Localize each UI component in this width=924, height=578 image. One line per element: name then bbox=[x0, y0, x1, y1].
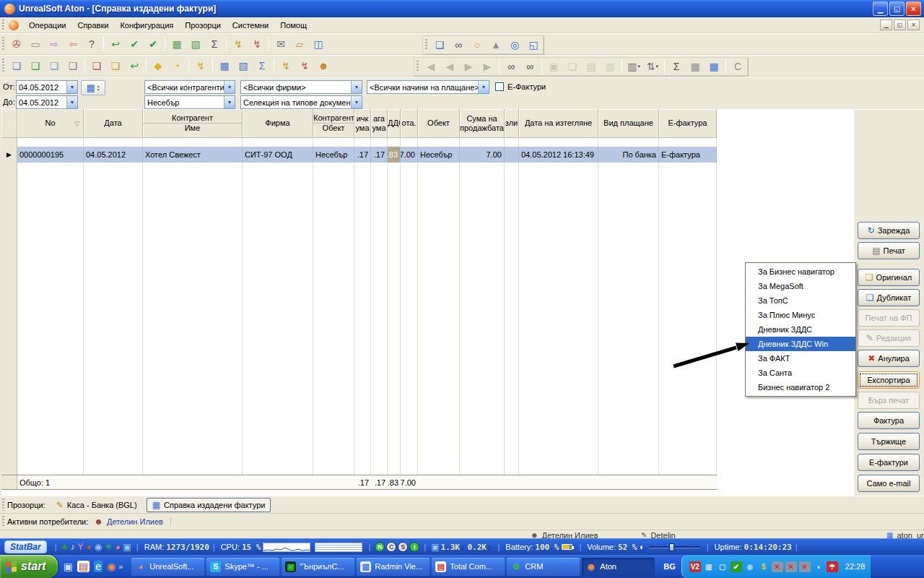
context-menu-item[interactable]: Дневник ЗДДС bbox=[746, 322, 855, 337]
table-icon[interactable]: ▦ bbox=[167, 35, 186, 53]
date-to-combo[interactable]: 04.05.2012 ▼ bbox=[16, 95, 78, 109]
chevron-down-icon[interactable]: ▼ bbox=[224, 81, 235, 93]
table-blue-icon[interactable]: ▦ bbox=[705, 58, 723, 75]
context-menu-item[interactable]: За Бизнес навигатор bbox=[746, 264, 855, 279]
toolbar-grip[interactable] bbox=[2, 37, 4, 51]
col-header-pay[interactable]: Вид плащане bbox=[598, 109, 659, 138]
nav-last-icon[interactable]: ▶ bbox=[478, 58, 497, 75]
doc-out-icon[interactable]: ⇨ bbox=[45, 35, 64, 53]
task-aton[interactable]: ◉Aton bbox=[582, 558, 655, 576]
cell-v1[interactable]: .17 bbox=[354, 147, 371, 163]
annul-button[interactable]: ✖Анулира bbox=[858, 350, 920, 367]
doc-view-icon[interactable]: ❏ bbox=[7, 57, 26, 74]
quicklaunch-app-icon[interactable]: ▣ bbox=[64, 561, 73, 572]
mdi-close-button[interactable]: ✕ bbox=[907, 20, 920, 30]
speaker-icon[interactable]: ◖ bbox=[639, 542, 644, 552]
avira-tray-icon[interactable]: ☂ bbox=[827, 561, 838, 572]
window-tab[interactable]: ✎Каса - Банка (BGL) bbox=[51, 498, 142, 512]
find-icon[interactable]: ∞ bbox=[502, 58, 520, 75]
delivery-truck-icon[interactable]: ▭ bbox=[26, 35, 45, 53]
col-header-date[interactable]: Дата bbox=[84, 109, 143, 138]
cell-v2[interactable]: .17 bbox=[371, 147, 388, 163]
folder-icon[interactable]: ▱ bbox=[290, 35, 309, 53]
menu-item[interactable]: Системни bbox=[227, 19, 274, 32]
context-menu-item[interactable]: За Плюс Минус bbox=[746, 308, 855, 322]
statbar-logo[interactable]: StatBar bbox=[4, 540, 47, 553]
mail-icon[interactable]: ✉ bbox=[271, 35, 290, 53]
efaktura-checkbox[interactable] bbox=[495, 82, 504, 91]
task-unreal-console[interactable]: ▣"ЪнриълС... bbox=[282, 558, 354, 576]
close-button[interactable]: ✕ bbox=[906, 1, 921, 16]
contractors-combo[interactable]: <Всички контрагенти> ▼ bbox=[144, 80, 235, 94]
cell-ind[interactable]: ▶ bbox=[1, 147, 17, 163]
original-button[interactable]: ❏Оригинал bbox=[858, 269, 920, 286]
cell-date[interactable]: 04.05.2012 bbox=[84, 147, 143, 163]
col-header-sum[interactable]: Сума напродажбата bbox=[460, 109, 505, 138]
doc-new-icon[interactable]: ❏ bbox=[26, 57, 45, 74]
date-from-combo[interactable]: 04.05.2012 ▼ bbox=[16, 80, 78, 94]
context-menu-item[interactable]: Дневник ЗДДС Win bbox=[746, 337, 855, 351]
chevron-down-icon[interactable]: ▼ bbox=[351, 96, 362, 108]
toolbar-grip[interactable] bbox=[425, 39, 427, 51]
col-header-pull[interactable]: Дата на изтегляне bbox=[519, 109, 598, 138]
table-import-icon[interactable]: ▧ bbox=[186, 35, 205, 53]
marketplace-button[interactable]: Тържище bbox=[858, 433, 920, 450]
language-indicator[interactable]: BG bbox=[663, 562, 676, 571]
abbyy-tray-icon[interactable]: V2 bbox=[689, 561, 701, 572]
report-book-icon[interactable]: ▥ bbox=[601, 58, 619, 75]
cell-pay[interactable]: По банка bbox=[598, 147, 659, 163]
payments-combo[interactable]: <Всички начини на плащане> ▼ bbox=[367, 80, 489, 94]
quicklaunch-ie-icon[interactable]: e bbox=[94, 561, 103, 572]
toolbar-grip[interactable] bbox=[2, 20, 4, 30]
toolbar-grip[interactable] bbox=[2, 499, 4, 510]
task-skype[interactable]: SSkype™ - ... bbox=[206, 558, 279, 576]
messenger-tray-icon[interactable]: ◉ bbox=[744, 561, 756, 572]
flash-icon[interactable]: ↯ bbox=[191, 57, 210, 74]
cell-sum[interactable]: 7.00 bbox=[460, 147, 505, 163]
col-header-firm[interactable]: Фирма bbox=[243, 109, 313, 138]
antivirus-check-tray-icon[interactable]: ✔ bbox=[731, 561, 742, 572]
sum-doc-icon[interactable]: Σ bbox=[253, 57, 271, 74]
globe-icon[interactable]: ● bbox=[86, 542, 91, 552]
net-disconnected-tray-icon[interactable]: ✕ bbox=[799, 561, 811, 572]
duplicate-button[interactable]: ❏Дубликат bbox=[858, 289, 920, 306]
binoculars-key-icon[interactable]: ∞ bbox=[449, 36, 468, 53]
menu-item[interactable]: Помощ bbox=[274, 19, 313, 32]
spinner-icon[interactable]: ▲▼ bbox=[97, 85, 100, 92]
cell-contr[interactable]: Хотел Свежест bbox=[143, 147, 243, 163]
sum-icon[interactable]: Σ bbox=[205, 35, 224, 53]
mdi-restore-button[interactable]: ◱ bbox=[894, 20, 906, 30]
menu-item[interactable]: Операции bbox=[23, 19, 71, 32]
cart-icon[interactable]: ✇ bbox=[7, 35, 26, 53]
toolbar-grip[interactable] bbox=[2, 59, 4, 73]
invoice-button[interactable]: Фактура bbox=[858, 412, 920, 429]
sum-grid-icon[interactable]: Σ bbox=[667, 58, 686, 75]
col-header-obj[interactable]: Обект bbox=[418, 109, 460, 138]
quicklaunch-drive-icon[interactable]: ▤ bbox=[77, 561, 90, 572]
minimize-button[interactable]: ▁ bbox=[873, 1, 888, 16]
search-key-icon[interactable]: ○ bbox=[468, 36, 487, 53]
nav-next-icon[interactable]: ▶ bbox=[459, 58, 478, 75]
app-menu-icon[interactable] bbox=[9, 20, 19, 30]
palm-tree-icon[interactable]: ♣ bbox=[62, 542, 68, 552]
molecule-icon[interactable]: ✳ bbox=[105, 542, 112, 552]
email-only-button[interactable]: Само e-mail bbox=[858, 475, 920, 492]
volume-slider[interactable] bbox=[649, 543, 699, 551]
quicklaunch-aton-icon[interactable]: ◉ bbox=[107, 561, 116, 572]
task-crm[interactable]: ✿CRM bbox=[507, 558, 580, 576]
task-total-commander[interactable]: ▤Total Com... bbox=[432, 558, 505, 576]
load-button[interactable]: ↻Зарежда bbox=[858, 222, 920, 239]
flash-user-icon[interactable]: ↯ bbox=[295, 57, 314, 74]
net-disconnected-tray-icon[interactable]: ✕ bbox=[772, 561, 783, 572]
doc-lock-icon[interactable]: ◆ bbox=[149, 57, 167, 74]
doc-time-icon[interactable]: ◔ bbox=[167, 57, 186, 74]
cell-cobj[interactable]: Несебър bbox=[313, 147, 354, 163]
active-user-name[interactable]: Детелин Илиев bbox=[107, 517, 171, 526]
grid-icon[interactable]: ▦ bbox=[686, 58, 705, 75]
cell-firm[interactable]: СИТ-97 ООД bbox=[243, 147, 313, 163]
flash-doc-icon[interactable]: ↯ bbox=[276, 57, 295, 74]
print-button[interactable]: ▤Печат bbox=[858, 242, 920, 259]
network-activity-tray-icon[interactable]: ▥ bbox=[703, 561, 715, 572]
cart-check-icon[interactable]: ✔ bbox=[125, 35, 144, 53]
window-tab[interactable]: ▦Справка издадени фактури bbox=[147, 498, 271, 512]
